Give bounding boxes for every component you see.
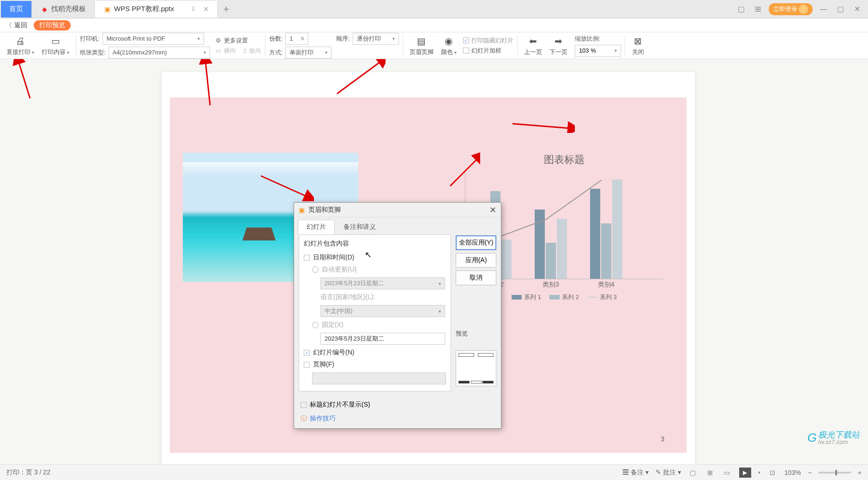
bar	[546, 243, 556, 279]
header-footer-button[interactable]: ▤ 页眉页脚	[407, 33, 436, 58]
dialog-titlebar[interactable]: ▣ 页眉和页脚 ✕	[294, 203, 501, 217]
printer-select[interactable]: Microsoft Print to PDF▾	[102, 33, 204, 45]
chevron-left-icon: 〈	[6, 21, 12, 30]
checkbox-icon	[463, 48, 469, 54]
orientation-v[interactable]: ▯纵向	[243, 47, 261, 55]
portrait-icon: ▯	[243, 47, 247, 54]
lang-label: 语言(国家/地区)(L):	[304, 291, 446, 303]
slideshow-button[interactable]: ▶	[739, 468, 751, 478]
minimize-button[interactable]: —	[818, 4, 829, 15]
watermark-brand: 极光下载站	[818, 431, 860, 439]
comments-button[interactable]: ✎ 批注 ▾	[656, 468, 681, 477]
fixed-input[interactable]: 2023年5月23日星期二	[320, 333, 445, 345]
chart-title: 图表标题	[465, 153, 663, 167]
checkbox-icon	[304, 362, 310, 368]
slideshow-dropdown[interactable]: ▾	[758, 470, 760, 475]
zoom-display[interactable]: 103%	[784, 469, 801, 476]
dialog-content: 幻灯片包含内容 日期和时间(D) 自动更新(U) 2023年5月23日星期二▾ …	[299, 234, 451, 391]
color-button[interactable]: ◉ 颜色▾	[438, 33, 459, 58]
more-settings-label: 更多设置	[224, 36, 248, 45]
tab-slide[interactable]: 幻灯片	[298, 220, 335, 234]
tips-link[interactable]: ⓘ操作技巧	[294, 412, 501, 428]
orientation-h[interactable]: ▭横向	[216, 47, 236, 55]
bar	[601, 223, 611, 279]
paper-select[interactable]: A4(210mmx297mm)▾	[108, 47, 210, 59]
layout-icon[interactable]: ▢	[735, 4, 747, 15]
copies-value: 1	[289, 35, 293, 42]
apply-button[interactable]: 应用(A)	[456, 253, 496, 268]
slide-number-checkbox[interactable]: ✓幻灯片编号(N)	[304, 347, 446, 359]
footer-checkbox[interactable]: 页脚(F)	[304, 359, 446, 371]
tab-notes[interactable]: 备注和讲义	[335, 220, 385, 234]
legend-s1: 系列 1	[524, 293, 541, 301]
radio-icon	[312, 266, 319, 273]
close-preview-button[interactable]: ⊠ 关闭	[629, 33, 647, 58]
tab-file-label: WPS PPT教程.pptx	[114, 5, 174, 13]
dialog-close-button[interactable]: ✕	[489, 205, 496, 215]
tab-file[interactable]: ▣ WPS PPT教程.pptx ⇩ ✕	[95, 1, 218, 18]
zoom-label: 缩放比例:	[575, 35, 621, 43]
direct-print-label: 直接打印	[6, 48, 30, 56]
arrow-left-icon: ⬅	[526, 35, 539, 48]
ribbon: 🖨 直接打印▾ ▭ 打印内容▾ 打印机: Microsoft Print to …	[0, 32, 868, 59]
prev-page-button[interactable]: ⬅ 上一页	[521, 33, 545, 58]
direct-print-button[interactable]: 🖨 直接打印▾	[4, 33, 37, 58]
tab-add-button[interactable]: +	[218, 3, 235, 15]
view-sorter-icon[interactable]: ⊞	[705, 468, 715, 478]
close-window-button[interactable]: ✕	[851, 4, 862, 15]
print-content-button[interactable]: ▭ 打印内容▾	[39, 33, 72, 58]
color-label: 颜色	[441, 48, 453, 56]
legend-s3: 系列 3	[600, 293, 617, 301]
print-hidden-checkbox: ✓打印隐藏幻灯片	[463, 36, 513, 45]
order-select[interactable]: 逐份打印▾	[353, 33, 399, 45]
avatar-icon	[799, 5, 808, 14]
info-icon: ⓘ	[301, 414, 307, 423]
mode-select[interactable]: 单面打印▾	[285, 47, 332, 59]
login-button[interactable]: 立即登录	[769, 3, 813, 15]
gear-icon: ⚙	[216, 37, 221, 44]
back-button[interactable]: 〈 返回	[6, 21, 27, 30]
bar	[501, 240, 512, 279]
printer-value: Microsoft Print to PDF	[107, 35, 165, 42]
ppt-icon: ▣	[299, 206, 305, 214]
fit-icon[interactable]: ⊡	[767, 468, 778, 478]
slide-frame-checkbox[interactable]: 幻灯片加框	[463, 47, 513, 55]
dialog-title: 页眉和页脚	[308, 206, 341, 214]
tab-home[interactable]: 首页	[1, 1, 32, 18]
copies-input[interactable]: 1⇅	[285, 33, 308, 45]
mode-label: 方式:	[269, 48, 283, 57]
cat-label: 类别4	[585, 281, 627, 289]
zoom-out-button[interactable]: −	[808, 469, 812, 476]
cancel-button[interactable]: 取消	[456, 270, 496, 285]
preview-thumbnail	[456, 350, 496, 386]
order-value: 逐份打印	[357, 35, 381, 43]
next-page-button[interactable]: ➡ 下一页	[547, 33, 570, 58]
zoom-slider[interactable]	[819, 472, 851, 474]
apply-all-button[interactable]: 全部应用(Y)	[456, 235, 496, 250]
page-status: 打印：页 3 / 22	[6, 468, 50, 477]
more-settings-button[interactable]: ⚙ 更多设置	[216, 36, 261, 45]
view-normal-icon[interactable]: ▢	[688, 468, 698, 478]
copies-label: 份数:	[269, 35, 283, 43]
svg-line-0	[18, 61, 30, 98]
view-reading-icon[interactable]: ▭	[722, 468, 732, 478]
zoom-select[interactable]: 103 %▾	[575, 45, 621, 57]
tab-template-label: 找稻壳模板	[51, 5, 86, 13]
apps-icon[interactable]: ⊞	[752, 4, 763, 15]
checkbox-icon: ✓	[463, 37, 469, 43]
tab-template[interactable]: ◆ 找稻壳模板	[32, 1, 95, 18]
hide-title-checkbox[interactable]: 标题幻灯片不显示(S)	[294, 396, 501, 412]
tab-pin-icon[interactable]: ⇩	[191, 6, 196, 12]
maximize-button[interactable]: ▢	[835, 4, 846, 15]
checkbox-icon	[301, 402, 307, 408]
bar	[612, 180, 622, 279]
notes-button[interactable]: ☰ 备注 ▾	[622, 468, 649, 477]
zoom-in-button[interactable]: +	[858, 469, 862, 476]
footer-input	[312, 372, 446, 384]
section-label: 幻灯片包含内容	[304, 240, 446, 248]
preview-label: 预览	[456, 330, 496, 338]
tab-close-icon[interactable]: ✕	[203, 5, 209, 13]
print-content-label: 打印内容	[42, 48, 66, 56]
preview-canvas: 图表标题 类别2 类别3 类别4	[0, 59, 868, 464]
datetime-checkbox[interactable]: 日期和时间(D)	[304, 252, 446, 264]
